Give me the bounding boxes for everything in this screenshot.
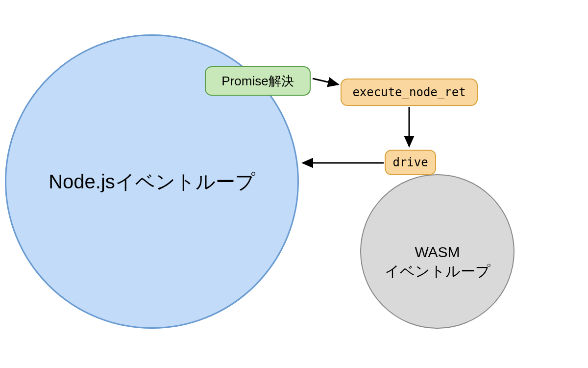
- promise-resolve-box: Promise解決: [205, 66, 311, 96]
- nodejs-event-loop-label: Node.jsイベントループ: [49, 168, 255, 195]
- arrow-promise-to-execute: [313, 79, 338, 84]
- wasm-label-line1: WASM: [415, 244, 460, 260]
- execute-node-ret-box: execute_node_ret: [341, 79, 478, 106]
- drive-box: drive: [385, 150, 436, 175]
- wasm-event-loop-circle: WASM イベントループ: [360, 174, 514, 329]
- drive-label: drive: [392, 156, 428, 169]
- wasm-event-loop-label: WASM イベントループ: [385, 242, 490, 281]
- execute-node-ret-label: execute_node_ret: [352, 85, 466, 99]
- promise-resolve-label: Promise解決: [221, 73, 294, 90]
- wasm-label-line2: イベントループ: [385, 263, 490, 279]
